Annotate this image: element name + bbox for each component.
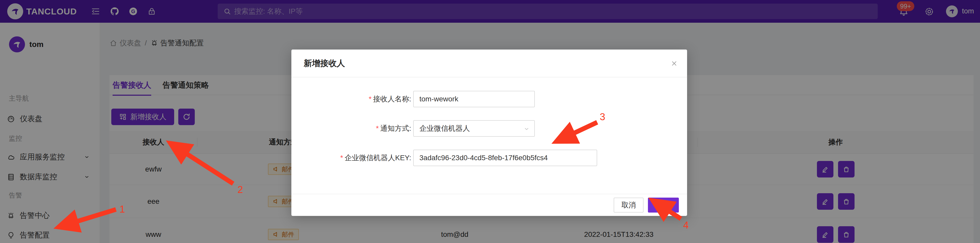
receiver-name-input[interactable] bbox=[413, 91, 535, 107]
select-value: 企业微信机器人 bbox=[419, 123, 470, 133]
cancel-button[interactable]: 取消 bbox=[614, 198, 644, 213]
wework-key-input[interactable] bbox=[413, 150, 597, 166]
field-label: 接收人名称: bbox=[373, 95, 411, 103]
field-label: 通知方式: bbox=[380, 124, 411, 132]
field-label: 企业微信机器人KEY: bbox=[345, 154, 411, 162]
required-mark: * bbox=[340, 154, 343, 162]
required-mark: * bbox=[376, 124, 379, 132]
close-icon[interactable] bbox=[669, 58, 679, 69]
add-receiver-modal: 新增接收人 *接收人名称: *通知方式: 企业微信机器人 *企业微信机器人KEY… bbox=[291, 50, 687, 216]
confirm-button[interactable]: 确定 bbox=[648, 198, 679, 213]
notify-method-select[interactable]: 企业微信机器人 bbox=[413, 120, 535, 137]
form-row-wework-key: *企业微信机器人KEY: bbox=[291, 150, 687, 166]
form-row-notify-method: *通知方式: 企业微信机器人 bbox=[291, 120, 687, 137]
chevron-down-icon bbox=[523, 126, 530, 132]
form-row-receiver-name: *接收人名称: bbox=[291, 91, 687, 107]
required-mark: * bbox=[369, 95, 371, 103]
modal-title: 新增接收人 bbox=[304, 50, 345, 77]
